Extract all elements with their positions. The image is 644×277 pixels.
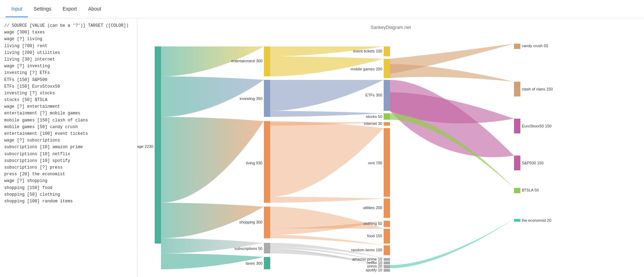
top-bar: Input Settings Export About bbox=[0, 0, 644, 18]
node-clash-of-clans bbox=[514, 82, 520, 96]
node-sp500 bbox=[514, 156, 520, 170]
node-press bbox=[384, 265, 390, 268]
node-shopping bbox=[264, 207, 270, 238]
node-clothing bbox=[384, 221, 390, 227]
main-layout: // SOURCE [VALUE (can be a '?')] TARGET … bbox=[0, 18, 644, 277]
label-event-tickets: event tickets 100 bbox=[353, 49, 382, 53]
label-spotify: spotify 10 bbox=[366, 268, 382, 272]
node-entertainment bbox=[264, 46, 270, 76]
label-wage: wage 2230 bbox=[137, 144, 153, 149]
flow-mg-clash bbox=[390, 64, 514, 82]
input-text[interactable]: // SOURCE [VALUE (can be a '?')] TARGET … bbox=[4, 23, 133, 205]
sankey-diagram: wage 2230 entertainment 300 investing 35… bbox=[137, 18, 644, 277]
node-netflix bbox=[384, 262, 390, 264]
node-subscriptions bbox=[264, 243, 270, 253]
node-mobile-games bbox=[384, 59, 390, 78]
node-rent bbox=[384, 128, 390, 197]
node-living bbox=[264, 121, 270, 203]
label-stocks: stocks 50 bbox=[366, 114, 382, 119]
label-economist: the economist 20 bbox=[522, 218, 551, 222]
flow-wage-living bbox=[161, 117, 264, 203]
flow-living-utilities bbox=[270, 197, 384, 203]
label-shopping: shopping 300 bbox=[239, 220, 262, 224]
node-amazon-prime bbox=[384, 258, 390, 261]
diagram-area: SankeyDiagram.net bbox=[137, 18, 644, 277]
flow-press-economist bbox=[390, 219, 514, 268]
label-tsla: $TSLA 50 bbox=[522, 188, 539, 192]
label-taxes: taxes 300 bbox=[246, 261, 262, 265]
node-etfs bbox=[384, 80, 390, 111]
label-clash-of-clans: clash of clans 150 bbox=[522, 87, 553, 91]
label-random-items: random items 100 bbox=[351, 248, 382, 252]
tab-about[interactable]: About bbox=[82, 1, 107, 17]
label-candy-crush: candy crush 50 bbox=[522, 44, 548, 48]
node-food bbox=[384, 229, 390, 244]
node-internet bbox=[384, 122, 390, 126]
node-investing bbox=[264, 80, 270, 117]
label-etfs: ETFs 300 bbox=[365, 93, 382, 97]
label-investing: investing 350 bbox=[240, 96, 262, 101]
node-event-tickets bbox=[384, 46, 390, 56]
node-taxes bbox=[264, 257, 270, 269]
tab-settings[interactable]: Settings bbox=[28, 1, 57, 17]
label-utilities: utilities 200 bbox=[363, 206, 382, 210]
label-clothing: clothing 50 bbox=[364, 221, 382, 226]
flow-wage-subscriptions bbox=[161, 238, 264, 253]
label-living: living 930 bbox=[246, 161, 262, 165]
node-economist bbox=[514, 219, 520, 222]
label-eurostoxx50: EuroStoxx50 150 bbox=[522, 124, 551, 128]
sidebar: // SOURCE [VALUE (can be a '?')] TARGET … bbox=[0, 18, 137, 277]
label-rent: rent 700 bbox=[368, 161, 382, 165]
tab-input[interactable]: Input bbox=[6, 1, 28, 17]
node-stocks bbox=[384, 113, 390, 120]
flow-ent-mobilegames bbox=[270, 56, 384, 76]
tab-export[interactable]: Export bbox=[57, 1, 82, 17]
label-internet: internet 30 bbox=[364, 121, 382, 126]
label-subscriptions: subscriptions 50 bbox=[235, 246, 263, 251]
diagram-title: SankeyDiagram.net bbox=[137, 21, 644, 30]
node-spotify bbox=[384, 269, 390, 272]
node-tsla bbox=[514, 188, 520, 193]
label-entertainment: entertainment 300 bbox=[231, 59, 262, 63]
label-food: food 150 bbox=[367, 234, 382, 238]
node-wage bbox=[155, 46, 161, 244]
node-utilities bbox=[384, 199, 390, 218]
node-candy-crush bbox=[514, 44, 520, 49]
node-eurostoxx50 bbox=[514, 119, 520, 133]
label-sp500: S&P500 150 bbox=[522, 161, 544, 165]
node-random-items bbox=[384, 245, 390, 255]
label-mobile-games: mobile games 200 bbox=[351, 67, 382, 71]
flow-living-rent bbox=[270, 121, 384, 197]
